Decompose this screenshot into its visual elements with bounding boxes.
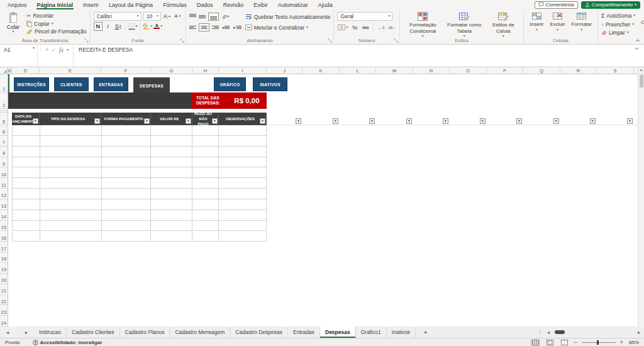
table-row[interactable] (12, 210, 267, 221)
sheet-tab-despesas[interactable]: Despesas (320, 326, 356, 338)
dialog-launcher-icon[interactable] (328, 38, 332, 43)
zoom-level[interactable]: 85% (628, 340, 639, 345)
filter-dropdown-icon[interactable]: ▾ (94, 118, 100, 124)
filter-dropdown-icon[interactable]: ▾ (480, 118, 486, 124)
column-header-s[interactable]: S (597, 67, 634, 74)
row-header-10[interactable]: 10 (0, 167, 8, 178)
row-header-5[interactable]: 5 (0, 113, 8, 125)
row-header-6[interactable]: 6 (0, 125, 8, 136)
table-cell[interactable] (151, 189, 192, 199)
sheet-nav-button-despesas[interactable]: DESPESAS (133, 77, 170, 94)
decrease-indent-button[interactable]: ◂ (221, 25, 231, 30)
column-header-f[interactable]: F (101, 67, 151, 74)
table-row[interactable] (12, 136, 267, 147)
page-break-view-button[interactable] (559, 339, 569, 346)
filter-dropdown-icon[interactable]: ▾ (516, 118, 522, 124)
menu-tab-revisao[interactable]: Revisão (218, 0, 249, 9)
cut-button[interactable]: ✂Recortar (26, 12, 87, 20)
table-cell[interactable] (40, 232, 102, 242)
column-header-i[interactable]: I (219, 67, 267, 74)
table-row[interactable] (12, 167, 267, 178)
table-cell[interactable] (219, 136, 267, 147)
sheet-tab-cadastro-despesas[interactable]: Cadastro Despesas (230, 326, 288, 338)
enter-icon[interactable]: ✓ (52, 47, 56, 53)
filter-dropdown-icon[interactable]: ▾ (590, 118, 596, 124)
table-cell[interactable] (102, 232, 152, 242)
fill-button[interactable]: ↓Preencher▾ (601, 21, 635, 28)
cell-styles-button[interactable]: Estilos de Célula ▾ (488, 11, 518, 36)
table-cell[interactable] (219, 167, 267, 178)
filter-dropdown-icon[interactable]: ▾ (369, 118, 375, 124)
page-layout-view-button[interactable] (545, 339, 555, 346)
row-header-12[interactable]: 12 (0, 189, 8, 199)
column-header-k[interactable]: K (303, 67, 340, 74)
table-cell[interactable] (192, 210, 219, 221)
table-cell[interactable] (219, 157, 267, 168)
conditional-formatting-button[interactable]: Formatação Condicional ▾ (405, 11, 440, 36)
scroll-up-icon[interactable]: ▲ (638, 68, 644, 72)
row-header-14[interactable]: 14 (0, 210, 8, 221)
tab-options-icon[interactable]: ⋮ (537, 330, 542, 335)
font-size-combo[interactable]: 10▾ (143, 12, 161, 21)
bold-button[interactable]: N (94, 22, 103, 31)
menu-tab-inserir[interactable]: Inserir (78, 0, 104, 9)
table-row[interactable] (12, 199, 267, 210)
table-cell[interactable] (151, 136, 192, 147)
table-cell[interactable] (219, 147, 267, 157)
table-cell[interactable] (219, 189, 267, 199)
accessibility-status[interactable]: Acessibilidade: investigar (33, 340, 103, 345)
table-row[interactable] (12, 189, 267, 199)
italic-button[interactable]: I (104, 22, 113, 31)
table-cell[interactable] (13, 221, 40, 232)
table-cell[interactable] (219, 125, 267, 136)
table-row[interactable] (12, 147, 267, 157)
dialog-launcher-icon[interactable] (84, 38, 89, 43)
format-as-table-button[interactable]: Formatar como Tabela ▾ (445, 11, 483, 36)
normal-view-button[interactable] (530, 339, 540, 346)
table-cell[interactable] (192, 125, 219, 136)
table-cell[interactable] (40, 199, 102, 210)
autosum-button[interactable]: ΣAutoSoma▾ (601, 12, 635, 20)
decrease-decimal-button[interactable]: .00→ (387, 23, 396, 32)
expand-formula-bar-icon[interactable] (635, 47, 639, 50)
table-cell[interactable] (40, 147, 102, 157)
font-name-combo[interactable]: Calibri▾ (94, 12, 142, 21)
table-cell[interactable] (151, 167, 192, 178)
table-cell[interactable] (40, 125, 102, 136)
new-sheet-button[interactable]: + (416, 326, 435, 338)
table-row[interactable] (12, 157, 267, 168)
column-header-j[interactable]: J (267, 67, 303, 74)
table-cell[interactable] (192, 189, 219, 199)
table-cell[interactable] (102, 125, 152, 136)
filter-dropdown-icon[interactable]: ▾ (333, 118, 338, 124)
column-header-e[interactable]: E (40, 67, 101, 74)
comments-button[interactable]: Comentários (535, 1, 578, 9)
share-button[interactable]: Compartilhamento ▾ (581, 1, 640, 9)
merge-center-button[interactable]: Mesclar e Centralizar▾ (245, 23, 331, 31)
fill-color-button[interactable]: ▾ (143, 22, 152, 31)
column-header-m[interactable]: M (376, 67, 413, 74)
hscroll-right-icon[interactable]: ▸ (638, 330, 640, 335)
table-cell[interactable] (40, 167, 102, 178)
accounting-format-button[interactable]: ▾ (337, 25, 348, 30)
clear-button[interactable]: Limpar▾ (601, 29, 635, 36)
row-header-22[interactable]: 22 (0, 295, 8, 306)
menu-tab-exibir[interactable]: Exibir (248, 0, 273, 9)
row-header-13[interactable]: 13 (0, 199, 8, 210)
column-header-l[interactable]: L (340, 67, 376, 74)
table-cell[interactable] (40, 157, 102, 168)
filter-dropdown-icon[interactable]: ▾ (406, 118, 412, 124)
sheet-tab-instrucao[interactable]: Instrucao (34, 326, 67, 338)
sort-filter-button[interactable]: AZ Classificar e Filtrar ▾ (639, 11, 644, 36)
dialog-launcher-icon[interactable] (394, 38, 398, 43)
sheet-prev-icon[interactable]: ◂ (6, 330, 9, 335)
sheet-nav-button-grafico[interactable]: GRÁFICO (214, 77, 246, 91)
menu-tab-formulas[interactable]: Fórmulas (158, 0, 192, 9)
table-cell[interactable] (192, 178, 219, 189)
table-cell[interactable] (102, 147, 152, 157)
row-header-1[interactable]: 1 (0, 74, 8, 92)
sheet-tab-cadastro-mensagem[interactable]: Cadastro Mensagem (170, 326, 230, 338)
table-cell[interactable] (13, 157, 40, 168)
vertical-scroll-thumb[interactable] (640, 75, 643, 87)
table-cell[interactable] (151, 157, 192, 168)
